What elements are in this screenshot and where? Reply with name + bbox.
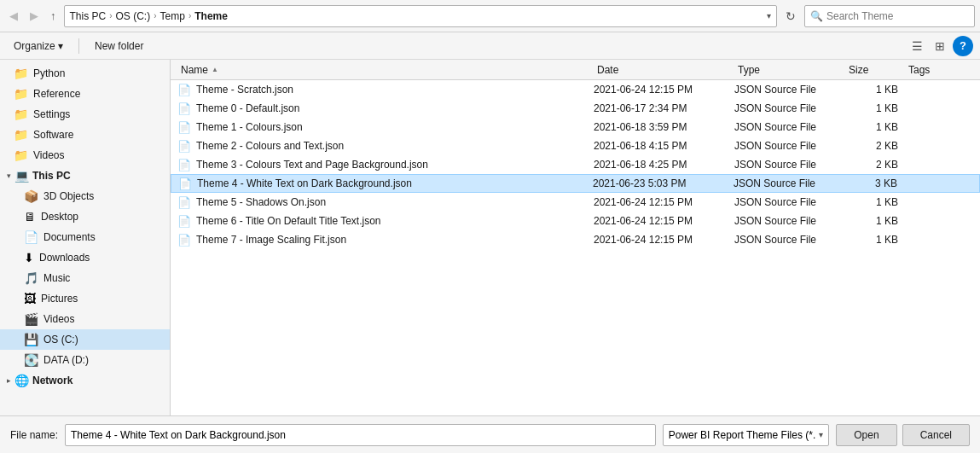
table-row[interactable]: 📄 Theme 1 - Colours.json 2021-06-18 3:59… [171, 118, 980, 136]
file-type: JSON Source File [734, 177, 844, 189]
col-header-name[interactable]: Name ▲ [177, 60, 594, 79]
file-size: 2 KB [845, 140, 905, 152]
sidebar-item-software[interactable]: 📁 Software [0, 125, 170, 145]
forward-button[interactable]: ▶ [26, 7, 43, 25]
file-name: Theme 7 - Image Scaling Fit.json [196, 234, 594, 246]
sidebar-item-settings[interactable]: 📁 Settings [0, 104, 170, 125]
path-this-pc[interactable]: This PC [70, 10, 107, 22]
sidebar-item-label: Python [33, 67, 65, 79]
sidebar-item-label: Music [43, 272, 70, 284]
col-size-label: Size [849, 64, 868, 76]
sidebar-item-music[interactable]: 🎵 Music [0, 268, 170, 288]
col-header-tags[interactable]: Tags [905, 60, 973, 79]
folder-icon: 📦 [24, 189, 38, 203]
file-type: JSON Source File [734, 215, 845, 227]
help-button[interactable]: ? [953, 36, 973, 56]
filetype-dropdown[interactable]: Power BI Report Theme Files (*. ▾ [663, 424, 830, 446]
search-bar[interactable]: 🔍 [804, 5, 975, 27]
sidebar-item-downloads[interactable]: ⬇ Downloads [0, 247, 170, 268]
path-os-c[interactable]: OS (C:) [116, 10, 151, 22]
path-bar[interactable]: This PC › OS (C:) › Temp › Theme ▾ [64, 5, 778, 27]
sidebar-item-label: Settings [33, 108, 70, 120]
col-name-label: Name [181, 64, 208, 76]
filename-input[interactable] [65, 424, 656, 446]
table-row[interactable]: 📄 Theme 3 - Colours Text and Page Backgr… [171, 155, 980, 174]
file-icon: 📄 [177, 102, 193, 115]
sidebar-item-pictures[interactable]: 🖼 Pictures [0, 288, 170, 309]
path-sep-1: › [109, 11, 112, 20]
path-dropdown-button[interactable]: ▾ [767, 11, 771, 20]
col-tags-label: Tags [908, 64, 930, 76]
back-button[interactable]: ◀ [5, 7, 22, 25]
file-name: Theme 3 - Colours Text and Page Backgrou… [196, 159, 594, 171]
file-name: Theme 1 - Colours.json [196, 121, 594, 133]
sidebar-item-reference[interactable]: 📁 Reference [0, 84, 170, 104]
sidebar-item-label: Reference [33, 88, 80, 100]
table-row[interactable]: 📄 Theme 7 - Image Scaling Fit.json 2021-… [171, 230, 980, 249]
view-grid-button[interactable]: ⊞ [931, 36, 949, 56]
file-date: 2021-06-24 12:15 PM [594, 196, 734, 208]
new-folder-button[interactable]: New folder [88, 38, 150, 55]
col-header-type[interactable]: Type [734, 60, 845, 79]
up-button[interactable]: ↑ [46, 7, 61, 25]
organize-button[interactable]: Organize ▾ [7, 38, 70, 55]
file-list-header: Name ▲ Date Type Size Tags [171, 60, 980, 80]
sidebar-item-os-c[interactable]: 💾 OS (C:) [0, 329, 170, 350]
view-list-button[interactable]: ☰ [908, 36, 927, 56]
sidebar-network[interactable]: ▸ 🌐 Network [0, 370, 170, 391]
bottom-bar: File name: Power BI Report Theme Files (… [0, 415, 980, 453]
sidebar-section-label: This PC [32, 170, 71, 182]
table-row[interactable]: 📄 Theme 5 - Shadows On.json 2021-06-24 1… [171, 193, 980, 212]
folder-icon: 📁 [14, 67, 28, 80]
path-theme[interactable]: Theme [194, 10, 228, 22]
sidebar: 📁 Python 📁 Reference 📁 Settings 📁 Softwa… [0, 60, 171, 415]
folder-icon: 📁 [14, 87, 28, 101]
file-list: 📄 Theme - Scratch.json 2021-06-24 12:15 … [171, 80, 980, 415]
file-type: JSON Source File [734, 121, 845, 133]
file-type: JSON Source File [734, 159, 845, 171]
open-button[interactable]: Open [836, 424, 896, 446]
file-size: 1 KB [845, 84, 905, 96]
sidebar-item-documents[interactable]: 📄 Documents [0, 227, 170, 247]
file-size: 1 KB [845, 215, 905, 227]
sidebar-item-label: Videos [33, 149, 64, 161]
sidebar-item-videos[interactable]: 🎬 Videos [0, 309, 170, 329]
search-input[interactable] [826, 10, 969, 22]
toolbar: Organize ▾ New folder ☰ ⊞ ? [0, 32, 980, 60]
file-type: JSON Source File [734, 196, 845, 208]
sidebar-item-label: Downloads [39, 252, 90, 264]
sidebar-item-3d-objects[interactable]: 📦 3D Objects [0, 186, 170, 206]
sidebar-item-label: OS (C:) [43, 334, 78, 346]
videos-icon: 🎬 [24, 312, 38, 326]
toolbar-right: ☰ ⊞ ? [908, 36, 973, 56]
table-row[interactable]: 📄 Theme 6 - Title On Default Title Text.… [171, 212, 980, 230]
file-icon: 📄 [178, 177, 194, 190]
col-header-size[interactable]: Size [845, 60, 905, 79]
folder-icon: 📁 [14, 148, 28, 162]
col-header-date[interactable]: Date [594, 60, 734, 79]
sort-arrow: ▲ [212, 66, 218, 73]
filename-label: File name: [10, 429, 58, 441]
sidebar-this-pc[interactable]: ▾ 💻 This PC [0, 166, 170, 186]
sidebar-item-label: Desktop [41, 211, 78, 223]
path-sep-3: › [188, 11, 191, 20]
cancel-button[interactable]: Cancel [902, 424, 970, 446]
file-type: JSON Source File [734, 102, 845, 114]
table-row[interactable]: 📄 Theme 4 - White Text on Dark Backgroun… [171, 174, 980, 193]
sidebar-item-label: Videos [43, 313, 74, 325]
table-row[interactable]: 📄 Theme 0 - Default.json 2021-06-17 2:34… [171, 99, 980, 118]
sidebar-item-data-d[interactable]: 💽 DATA (D:) [0, 350, 170, 370]
path-temp[interactable]: Temp [160, 10, 185, 22]
table-row[interactable]: 📄 Theme - Scratch.json 2021-06-24 12:15 … [171, 80, 980, 99]
network-icon: 🌐 [14, 374, 29, 387]
sidebar-item-desktop[interactable]: 🖥 Desktop [0, 206, 170, 227]
file-size: 2 KB [845, 159, 905, 171]
file-date: 2021-06-24 12:15 PM [594, 215, 734, 227]
refresh-button[interactable]: ↻ [780, 7, 801, 26]
documents-icon: 📄 [24, 230, 38, 244]
file-date: 2021-06-17 2:34 PM [594, 102, 734, 114]
table-row[interactable]: 📄 Theme 2 - Colours and Text.json 2021-0… [171, 136, 980, 155]
sidebar-item-videos-quick[interactable]: 📁 Videos [0, 145, 170, 166]
file-size: 1 KB [845, 196, 905, 208]
sidebar-item-python[interactable]: 📁 Python [0, 63, 170, 84]
